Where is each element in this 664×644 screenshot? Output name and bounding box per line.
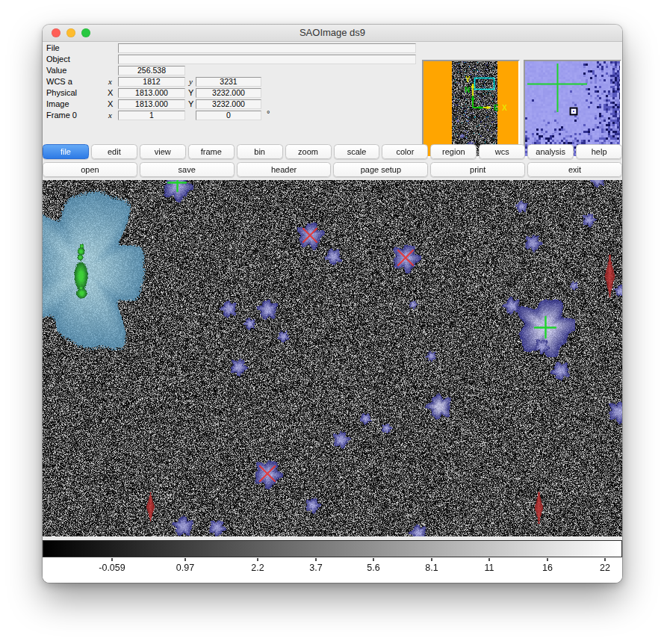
degree-symbol: ° [267,109,270,118]
command-button-save[interactable]: save [140,162,235,177]
command-button-page-setup[interactable]: page setup [333,162,428,177]
command-button-open[interactable]: open [43,162,137,177]
command-bar: opensaveheaderpage setupprintexit [43,162,622,178]
command-button-print[interactable]: print [430,162,525,177]
colorbar-tick [111,558,113,561]
colorbar-tick [184,558,186,561]
menu-tab-analysis[interactable]: analysis [527,144,574,159]
colorbar-tick-label: 0.97 [176,563,194,573]
menu-tab-bin[interactable]: bin [237,144,283,159]
minimize-button[interactable] [66,28,75,37]
physical-y-field[interactable]: 3232.000 [196,88,261,98]
colorbar-tick [315,558,317,561]
colorbar-tick [604,558,606,561]
main-image-canvas[interactable] [43,180,622,536]
ds9-window: SAOImage ds9 File Object Value 256.538 W… [43,25,622,583]
wcs-x-field[interactable]: 1812 [118,77,185,87]
menu-tab-edit[interactable]: edit [91,144,137,159]
menu-bar: fileeditviewframebinzoomscalecolorregion… [43,144,622,160]
info-row-wcs: WCS a x 1812 y 3231 [43,77,461,87]
physical-x-label: X [108,88,113,98]
frame-label: Frame 0 [46,111,77,120]
magnifier [524,60,621,158]
value-field[interactable]: 256.538 [118,66,185,75]
image-y-label: Y [188,99,193,109]
image-x-label: X [108,99,113,109]
info-row-file: File [43,43,461,53]
info-row-image: Image X 1813.000 Y 3232.000 [43,99,461,109]
frame-x-label: x [108,111,112,120]
physical-y-label: Y [188,88,193,98]
menu-tab-view[interactable]: view [140,144,186,159]
file-label: File [46,43,60,53]
wcs-y-label: y [189,77,193,87]
info-row-value: Value 256.538 [43,66,461,75]
menu-tab-file[interactable]: file [43,144,89,159]
colorbar-tick [488,558,490,561]
file-field[interactable] [118,43,416,53]
image-y-field[interactable]: 3232.000 [196,99,261,109]
menu-tab-wcs[interactable]: wcs [479,144,525,159]
magnifier-canvas[interactable] [525,61,620,156]
frame-zoom-field[interactable]: 1 [118,111,185,120]
wcs-x-label: x [108,77,112,87]
object-label: Object [46,55,70,64]
colorbar-scale: -0.0590.972.23.75.68.1111622 [43,557,622,583]
window-controls [52,28,90,37]
titlebar: SAOImage ds9 [43,25,622,42]
colorbar-tick [373,558,374,561]
colorbar-tick-label: 5.6 [367,563,379,573]
command-button-exit[interactable]: exit [527,162,622,177]
object-field[interactable] [118,55,416,64]
colorbar-tick-label: 2.2 [251,563,264,573]
menu-tab-zoom[interactable]: zoom [285,144,332,159]
info-row-frame: Frame 0 x 1 0 ° [43,111,461,120]
colorbar-tick [257,558,258,561]
close-button[interactable] [52,28,60,37]
colorbar-tick-label: -0.059 [99,563,125,573]
zoom-button[interactable] [81,28,90,37]
menu-tab-color[interactable]: color [382,144,428,159]
window-content: File Object Value 256.538 WCS a x 1812 y… [43,42,622,583]
value-label: Value [46,66,66,75]
image-label: Image [46,99,69,109]
frame-rotate-field[interactable]: 0 [196,111,261,120]
colorbar-tick-label: 3.7 [309,563,322,573]
image-x-field[interactable]: 1813.000 [118,99,185,109]
physical-x-field[interactable]: 1813.000 [118,88,185,98]
colorbar-tick-label: 22 [600,563,610,573]
info-row-object: Object [43,55,461,64]
colorbar-tick-label: 8.1 [425,563,438,573]
window-title: SAOImage ds9 [43,25,622,41]
panner [422,60,520,158]
info-row-physical: Physical X 1813.000 Y 3232.000 [43,88,461,98]
menu-tab-help[interactable]: help [576,144,622,159]
panner-canvas[interactable] [423,61,518,156]
colorbar-tick [431,558,432,561]
colorbar-tick-label: 16 [542,563,553,573]
command-button-header[interactable]: header [237,162,332,177]
menu-tab-frame[interactable]: frame [188,144,235,159]
physical-label: Physical [46,88,77,98]
colorbar-tick [547,558,548,561]
colorbar-tick-label: 11 [485,563,494,573]
colorbar-gradient[interactable] [43,540,622,557]
menu-tab-scale[interactable]: scale [334,144,380,159]
wcs-label: WCS a [46,77,72,87]
menu-tab-region[interactable]: region [430,144,477,159]
wcs-y-field[interactable]: 3231 [196,77,261,87]
